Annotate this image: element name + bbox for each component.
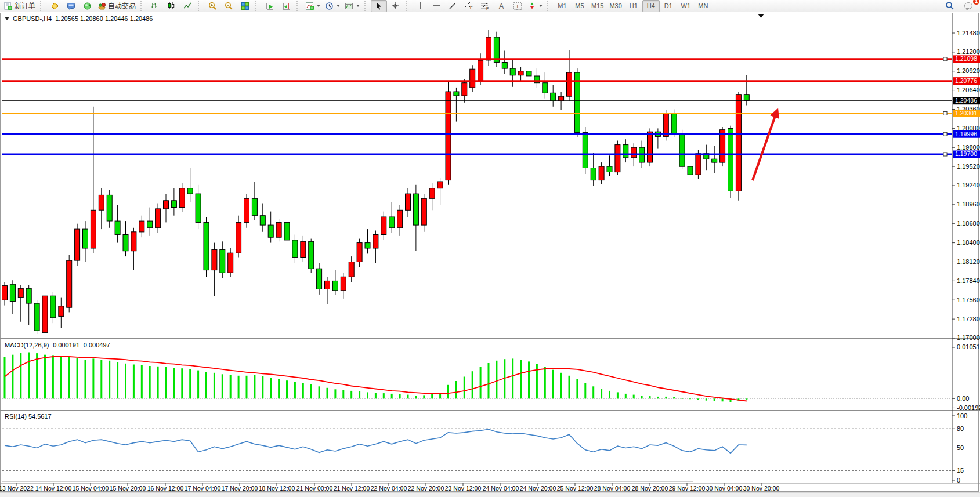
rsi-axis-label: 0	[957, 477, 960, 484]
price-axis-tick-label: 1.18400	[957, 239, 980, 246]
time-axis-label: 23 Nov 12:00	[445, 485, 482, 492]
rsi-axis-label: 100	[957, 412, 967, 419]
price-badge-label: 1.19700	[955, 150, 977, 157]
mt4-application: 新订单	[0, 0, 980, 497]
symbol-period-label: GBPUSD-,H4	[13, 15, 52, 22]
time-axis-label: 18 Nov 12:00	[259, 485, 295, 492]
time-axis-label: 17 Nov 20:00	[222, 485, 258, 492]
time-axis-label: 30 Nov 04:00	[706, 485, 743, 492]
rsi-axis-label: 80	[957, 425, 964, 432]
price-axis-tick-label: 1.18120	[957, 258, 980, 265]
candlestick-series	[2, 30, 750, 337]
price-axis-tick-label: 1.20640	[957, 86, 980, 93]
time-axis-label: 14 Nov 12:00	[35, 485, 72, 492]
price-axis-tick-label: 1.17560	[957, 296, 980, 303]
price-axis-tick-label: 1.19520	[957, 163, 980, 170]
line-handle	[943, 153, 947, 156]
rsi-line	[5, 429, 747, 453]
chart-canvas[interactable]: 1.214801.212001.209201.206401.203601.200…	[0, 0, 980, 497]
price-axis-tick-label: 1.18680	[957, 220, 980, 227]
time-axis-label: 13 Nov 2022	[0, 485, 34, 492]
line-handle	[943, 132, 947, 136]
macd-axis-label: 0.01051	[957, 343, 980, 350]
chart-shift-marker-icon	[758, 14, 764, 18]
price-badge-label: 1.20301	[955, 110, 977, 117]
price-axis-tick-label: 1.21480	[957, 30, 980, 37]
price-badge-label: 1.19996	[955, 130, 977, 137]
price-axis-tick-label: 1.17000	[957, 334, 980, 341]
macd-histogram	[4, 353, 748, 403]
price-axis-tick-label: 1.20920	[957, 67, 980, 74]
rsi-axis-label: 50	[957, 444, 964, 451]
trend-arrow-annotation	[753, 116, 775, 180]
time-axis-label: 29 Nov 12:00	[669, 485, 706, 492]
line-handle	[943, 57, 947, 61]
time-axis-label: 15 Nov 04:00	[73, 485, 109, 492]
time-axis-label: 16 Nov 12:00	[147, 485, 184, 492]
time-axis-label: 25 Nov 12:00	[557, 485, 594, 492]
time-axis-label: 21 Nov 12:00	[334, 485, 370, 492]
chart-title: GBPUSD-,H4 1.20565 1.20860 1.20446 1.204…	[5, 15, 153, 22]
time-axis-label: 22 Nov 04:00	[371, 485, 407, 492]
price-axis-tick-label: 1.17840	[957, 277, 980, 284]
price-badge-label: 1.20486	[955, 97, 977, 104]
macd-axis-label: 0.00	[957, 395, 969, 402]
macd-indicator-label: MACD(12,26,9) -0.000191 -0.000497	[5, 342, 110, 349]
price-badge-label: 1.21098	[955, 55, 977, 62]
time-axis-label: 28 Nov 04:00	[594, 485, 631, 492]
price-axis-tick-label: 1.18960	[957, 201, 980, 208]
time-axis-label: 28 Nov 20:00	[632, 485, 668, 492]
time-axis-label: 17 Nov 04:00	[185, 485, 221, 492]
time-axis-label: 15 Nov 20:00	[110, 485, 146, 492]
rsi-indicator-label: RSI(14) 54.5617	[5, 413, 52, 420]
price-axis-tick-label: 1.19240	[957, 182, 980, 188]
time-axis-label: 24 Nov 04:00	[483, 485, 519, 492]
macd-axis-label: -0.001924	[957, 404, 980, 411]
time-axis-label: 22 Nov 20:00	[408, 485, 444, 492]
collapse-triangle-icon[interactable]	[5, 17, 9, 20]
price-axis-tick-label: 1.17280	[957, 315, 980, 322]
time-axis-label: 30 Nov 20:00	[743, 485, 780, 492]
price-axis-tick-label: 1.21200	[957, 48, 980, 55]
line-handle	[943, 111, 947, 115]
time-axis-label: 24 Nov 20:00	[520, 485, 556, 492]
horizontal-scrollbar[interactable]	[0, 492, 980, 497]
price-axis-tick-label: 1.19800	[957, 144, 980, 151]
price-badge-label: 1.20776	[955, 77, 977, 84]
time-axis-label: 21 Nov 00:00	[296, 485, 333, 492]
rsi-axis-label: 15	[957, 467, 964, 474]
ohlc-readout: 1.20565 1.20860 1.20446 1.20486	[55, 15, 153, 22]
